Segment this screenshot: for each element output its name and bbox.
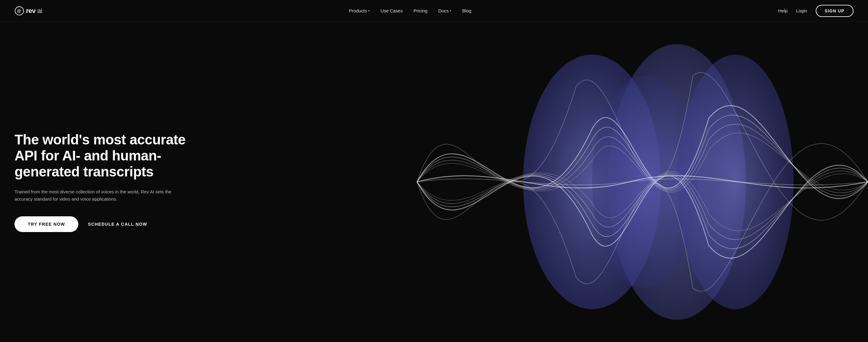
nav-help[interactable]: Help	[778, 8, 787, 13]
nav-use-cases[interactable]: Use Cases	[380, 8, 403, 13]
schedule-call-button[interactable]: SCHEDULE A CALL NOW	[88, 222, 147, 226]
navbar: @ rev ai Products ▾ Use Cases Pricing Do…	[0, 0, 868, 22]
nav-right: Help Login SIGN UP	[778, 5, 854, 17]
logo[interactable]: @ rev ai	[14, 6, 42, 16]
try-free-button[interactable]: TRY FREE NOW	[14, 216, 78, 232]
hero-content: The world's most accurate API for AI- an…	[14, 132, 202, 232]
hero-buttons: TRY FREE NOW SCHEDULE A CALL NOW	[14, 216, 190, 232]
nav-login[interactable]: Login	[796, 8, 807, 13]
signup-button[interactable]: SIGN UP	[816, 5, 854, 17]
chevron-down-icon: ▾	[450, 9, 451, 12]
hero-title: The world's most accurate API for AI- an…	[14, 132, 190, 180]
waveform-illustration	[391, 22, 868, 342]
logo-wordmark: rev ai	[26, 7, 42, 15]
hero-description: Trained from the most diverse collection…	[14, 188, 172, 203]
svg-text:@: @	[17, 8, 21, 13]
chevron-down-icon: ▾	[368, 9, 370, 12]
nav-pricing[interactable]: Pricing	[413, 8, 427, 13]
logo-icon: @	[14, 6, 24, 16]
nav-center: Products ▾ Use Cases Pricing Docs ▾ Blog	[349, 8, 471, 13]
hero-section: The world's most accurate API for AI- an…	[0, 22, 868, 342]
nav-docs[interactable]: Docs ▾	[438, 8, 451, 13]
nav-products[interactable]: Products ▾	[349, 8, 370, 13]
hero-visual	[391, 22, 868, 342]
nav-blog[interactable]: Blog	[462, 8, 471, 13]
